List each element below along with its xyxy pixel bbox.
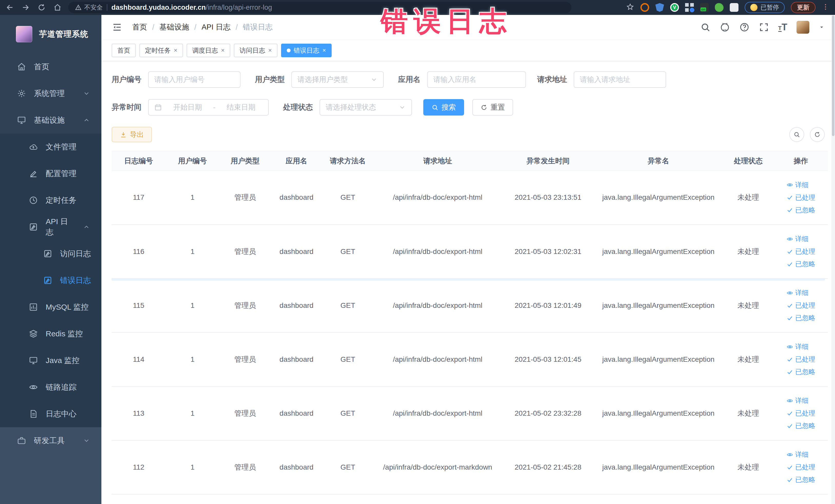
tab-job[interactable]: 定时任务× [139,44,183,57]
sidebar-item-java[interactable]: Java 监控 [0,347,101,374]
refresh-button[interactable] [810,127,825,142]
processed-link[interactable]: 已处理 [787,193,815,202]
document-icon [29,409,38,419]
ignored-link[interactable]: 已忽略 [787,260,815,268]
paused-badge[interactable]: 已暂停 [745,2,785,13]
sidebar-item-infra[interactable]: 基础设施 [0,107,101,134]
sidebar-item-config[interactable]: 配置管理 [0,160,101,187]
ignored-link[interactable]: 已忽略 [787,206,815,215]
help-icon[interactable] [739,22,750,32]
ignored-link[interactable]: 已忽略 [787,367,815,377]
extension-icon-6[interactable] [715,3,724,12]
user-type-select[interactable]: 请选择用户类型 [291,72,384,88]
sidebar-item-system[interactable]: 系统管理 [0,80,101,107]
detail-link[interactable]: 详细 [787,450,809,459]
breadcrumb-infra[interactable]: 基础设施 [159,22,189,32]
search-icon[interactable] [700,22,711,32]
app-logo-image [16,26,32,42]
breadcrumb-api-log[interactable]: API 日志 [202,22,230,32]
exception-time-range[interactable]: 开始日期 - 结束日期 [148,99,269,116]
exception-time-label: 异常时间 [111,102,141,113]
sidebar-item-api-log[interactable]: API 日志 [0,214,101,240]
browser-menu-icon[interactable] [822,3,829,12]
sidebar-item-home[interactable]: 首页 [0,54,101,80]
toggle-search-button[interactable] [789,127,804,142]
browser-update-button[interactable]: 更新 [791,2,815,13]
avatar[interactable] [796,21,809,34]
caret-down-icon[interactable] [819,24,825,30]
browser-forward-icon[interactable] [22,3,30,12]
tab-job-log[interactable]: 调度日志× [187,44,230,57]
check-icon [787,356,793,363]
check-icon [787,315,793,321]
detail-link[interactable]: 详细 [787,342,809,351]
close-icon[interactable]: × [322,47,326,54]
process-status-select[interactable]: 请选择处理状态 [320,99,412,116]
browser-back-icon[interactable] [6,3,14,12]
check-icon [787,464,793,471]
tab-error-log[interactable]: 错误日志× [281,44,332,57]
sidebar-item-error-log[interactable]: 错误日志 [0,267,101,294]
detail-link[interactable]: 详细 [787,235,809,243]
sidebar-item-access-log[interactable]: 访问日志 [0,240,101,267]
app-name-input[interactable] [427,72,526,88]
search-button[interactable]: 搜索 [423,99,464,116]
sidebar-fold-icon[interactable] [111,22,122,33]
processed-link[interactable]: 已处理 [787,301,815,310]
processed-link[interactable]: 已处理 [787,247,815,256]
sidebar-item-file[interactable]: 文件管理 [0,134,101,160]
fullscreen-icon[interactable] [759,22,769,32]
table-row: 1131管理员dashboardGET/api/infra/db-doc/exp… [111,386,828,440]
status-badge: 未处理 [722,171,774,225]
browser-home-icon[interactable] [54,3,62,12]
sidebar-item-job[interactable]: 定时任务 [0,187,101,214]
close-icon[interactable]: × [174,47,177,54]
bookmark-star-icon[interactable] [626,3,634,12]
chevron-down-icon [399,104,406,111]
ignored-link[interactable]: 已忽略 [787,421,815,430]
extensions-puzzle-icon[interactable] [730,3,738,12]
security-warning: 不安全 [75,3,103,12]
request-url-input[interactable] [574,72,666,88]
sidebar-item-redis[interactable]: Redis 监控 [0,320,101,347]
extension-icon-4[interactable] [685,3,694,12]
github-icon[interactable] [720,22,730,32]
reset-button[interactable]: 重置 [472,99,513,116]
extension-icon-3[interactable]: V [670,3,679,12]
tab-home[interactable]: 首页 [111,44,136,57]
detail-link[interactable]: 详细 [787,181,809,189]
check-icon [787,261,793,267]
processed-link[interactable]: 已处理 [787,463,815,472]
export-button[interactable]: 导出 [111,127,152,142]
browser-reload-icon[interactable] [38,3,46,12]
scrollbar[interactable] [831,15,835,504]
table-header-row: 日志编号 用户编号 用户类型 应用名 请求方法名 请求地址 异常发生时间 异常名… [111,151,828,171]
font-size-icon[interactable]: TT [778,23,787,32]
tab-access-log[interactable]: 访问日志× [234,44,278,57]
detail-link[interactable]: 详细 [787,288,809,297]
status-badge: 未处理 [722,386,774,440]
breadcrumb-home[interactable]: 首页 [132,22,147,32]
ignored-link[interactable]: 已忽略 [787,314,815,322]
detail-link[interactable]: 详细 [787,396,809,405]
eye-icon [787,236,793,242]
extension-icon-5[interactable]: on [700,3,709,12]
sidebar-item-log-center[interactable]: 日志中心 [0,401,101,427]
sidebar-item-trace[interactable]: 链路追踪 [0,374,101,401]
extension-icon-1[interactable] [640,3,649,12]
sidebar-item-devtools[interactable]: 研发工具 [0,427,101,454]
table-row: 1171管理员dashboardGET/api/infra/db-doc/exp… [111,171,828,225]
ignored-link[interactable]: 已忽略 [787,475,815,484]
sidebar-item-mysql[interactable]: MySQL 监控 [0,294,101,320]
scrollbar-thumb[interactable] [832,15,834,136]
processed-link[interactable]: 已处理 [787,355,815,364]
close-icon[interactable]: × [268,47,272,54]
extension-icon-2[interactable] [655,3,664,12]
user-id-input[interactable] [148,72,241,88]
check-icon [787,248,793,255]
app-logo[interactable]: 芋道管理系统 [0,15,101,54]
close-icon[interactable]: × [221,47,225,54]
check-icon [787,207,793,213]
processed-link[interactable]: 已处理 [787,409,815,418]
eye-icon [787,451,793,458]
